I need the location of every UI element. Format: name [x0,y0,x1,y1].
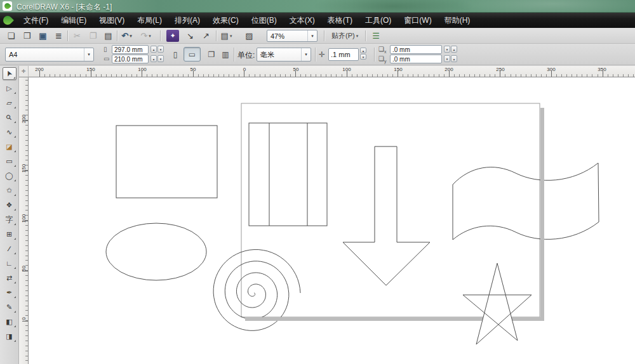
drawing-canvas[interactable] [29,77,635,364]
menu-tools[interactable]: 工具(O) [359,13,398,29]
page-height-spinner[interactable]: ▴▾ [150,55,164,62]
landscape-button[interactable]: ▭ [184,47,201,62]
connector-tool[interactable]: ∟ [3,257,17,270]
text-tool[interactable]: 字 [3,213,17,226]
zoom-level-combo[interactable]: 47% ▾ [267,30,318,42]
graph-paper-shape[interactable] [249,123,327,226]
welcome-screen-button[interactable]: ▨ [243,30,255,42]
menu-effects[interactable]: 效果(C) [206,13,245,29]
outline-pen-tool[interactable]: ✎ [3,301,17,313]
page-width-spinner[interactable]: ▴▾ [150,46,164,53]
window-title: CorelDRAW X6 - [未命名 -1] [17,2,112,13]
menu-bar: 文件(F) 编辑(E) 视图(V) 布局(L) 排列(A) 效果(C) 位图(B… [0,13,635,28]
dimension-tool[interactable]: ∕ [3,242,17,255]
duplicate-x-spinner[interactable]: ▾▴ [444,46,457,53]
menu-layout[interactable]: 布局(L) [131,13,168,29]
nudge-offset-field[interactable] [328,48,359,61]
corel-connect-button[interactable]: ✦ [166,30,179,42]
cut-button[interactable]: ✂ [71,30,83,42]
menu-view[interactable]: 视图(V) [93,13,131,29]
all-pages-button[interactable]: ❐ [204,47,218,62]
hruler-label: 0 [243,67,246,72]
coreldraw-window: CorelDRAW X6 - [未命名 -1] 文件(F) 编辑(E) 视图(V… [0,0,635,364]
ruler-origin-button[interactable]: ✛ [19,66,29,77]
smart-fill-tool[interactable]: ◪ [3,140,17,153]
undo-dropdown-icon[interactable]: ▾ [130,34,132,39]
undo-button[interactable]: ↶▾ [121,30,133,42]
zoom-dropdown-icon[interactable]: ▾ [307,30,317,41]
duplicate-y-spinner[interactable]: ▾▴ [444,55,457,62]
units-value: 毫米 [257,50,301,60]
shape-tool[interactable]: ▷ [3,82,17,94]
hruler-label: 150 [394,67,402,72]
menu-window[interactable]: 窗口(W) [398,13,438,29]
menu-table[interactable]: 表格(T) [321,13,359,29]
hruler-label: 100 [342,67,351,72]
freehand-tool[interactable]: ∿ [3,126,17,138]
import-button[interactable]: ↘ [184,30,196,42]
hruler-label: 200 [444,67,453,72]
page-width-field[interactable] [112,45,149,54]
duplicate-x-field[interactable] [390,45,442,54]
property-bar: A4 ▾ ▯ ▴▾ ▭ ▴▾ ▯ ▭ ❐ ▥ 单位: 毫米 ▾ ✛ ▴▾ ❏x … [0,44,635,65]
table-tool[interactable]: ⊞ [3,228,17,240]
application-launcher-button[interactable]: ▤▾ [220,30,232,42]
fill-tool[interactable]: ◧ [3,315,17,328]
polygon-tool[interactable]: ✩ [3,184,17,197]
menu-bitmaps[interactable]: 位图(B) [245,13,283,29]
canvas-shapes-svg [29,77,635,364]
rectangle-tool[interactable]: ▭ [3,155,17,167]
redo-dropdown-icon[interactable]: ▾ [149,34,151,39]
export-button[interactable]: ↗ [200,30,212,42]
vertical-ruler[interactable]: 200 150 100 50 0 [19,77,29,364]
redo-button[interactable]: ↷▾ [140,30,152,42]
toolbar-separator [117,30,117,41]
ellipse-shape[interactable] [106,223,206,280]
units-combo[interactable]: 毫米 ▾ [257,48,311,62]
copy-button[interactable]: ❐ [87,30,99,42]
menu-help[interactable]: 帮助(H) [438,13,477,29]
propbar-separator [374,48,375,62]
zoom-tool[interactable]: ⚲ [3,111,17,124]
nudge-spinner[interactable]: ▴▾ [360,48,366,60]
vruler-label: 50 [21,264,27,273]
vruler-label: 0 [21,315,27,323]
duplicate-x-icon: ❏x [378,46,386,54]
units-dropdown-icon[interactable]: ▾ [301,48,311,61]
title-bar[interactable]: CorelDRAW X6 - [未命名 -1] [0,0,635,13]
pick-tool[interactable]: ➤ [3,67,17,80]
toolbar-separator [160,30,161,41]
toolbar-separator [216,30,217,41]
blend-tool[interactable]: ⇄ [3,271,17,284]
nudge-offset-icon: ✛ [319,50,325,59]
page-height-field[interactable] [112,55,149,63]
options-button[interactable]: ☰ [370,30,382,42]
paper-size-combo[interactable]: A4 ▾ [5,48,94,62]
eyedropper-tool[interactable]: ✒ [3,286,17,299]
duplicate-y-field[interactable] [390,55,442,63]
portrait-button[interactable]: ▯ [168,47,182,62]
print-button[interactable]: ≣ [53,30,65,42]
paste-button[interactable]: ▤ [102,30,114,42]
menu-arrange[interactable]: 排列(A) [168,13,206,29]
basic-shapes-tool[interactable]: ❖ [3,198,17,211]
menu-file[interactable]: 文件(F) [17,13,55,29]
ellipse-tool[interactable]: ◯ [3,169,17,182]
menu-text[interactable]: 文本(X) [283,13,321,29]
horizontal-ruler[interactable]: 200 150 100 50 0 50 100 150 200 250 300 … [29,66,635,77]
units-label: 单位: [237,50,255,61]
hruler-label: 250 [496,67,504,72]
interactive-fill-tool[interactable]: ◨ [3,330,17,342]
crop-tool[interactable]: ▱ [3,96,17,109]
open-button[interactable]: ❒ [21,30,33,42]
menu-edit[interactable]: 编辑(E) [55,13,93,29]
paper-size-value: A4 [6,51,84,58]
save-button[interactable]: ▣ [37,30,49,42]
current-page-button[interactable]: ▥ [218,47,232,62]
page-width-icon: ▯ [104,46,107,53]
snap-to-button[interactable]: 贴齐(P)▾ [329,30,361,42]
hruler-label: 150 [86,67,95,72]
new-document-button[interactable]: ❏ [5,30,17,42]
paper-size-dropdown-icon[interactable]: ▾ [84,48,93,61]
rectangle-shape[interactable] [116,126,217,198]
